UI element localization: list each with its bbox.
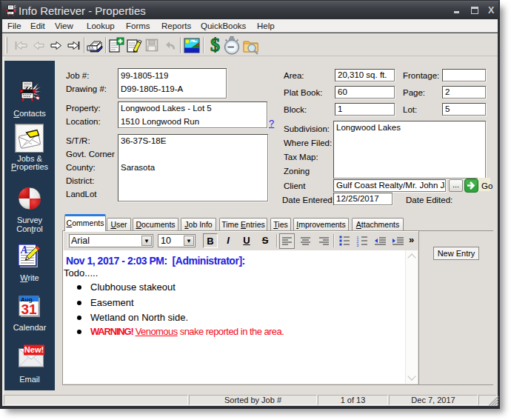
svg-text:$: $ xyxy=(210,34,220,56)
svg-text:New!: New! xyxy=(24,345,44,354)
svg-text:3: 3 xyxy=(357,243,359,247)
svg-text:31: 31 xyxy=(21,301,37,317)
svg-text:A: A xyxy=(20,244,27,256)
